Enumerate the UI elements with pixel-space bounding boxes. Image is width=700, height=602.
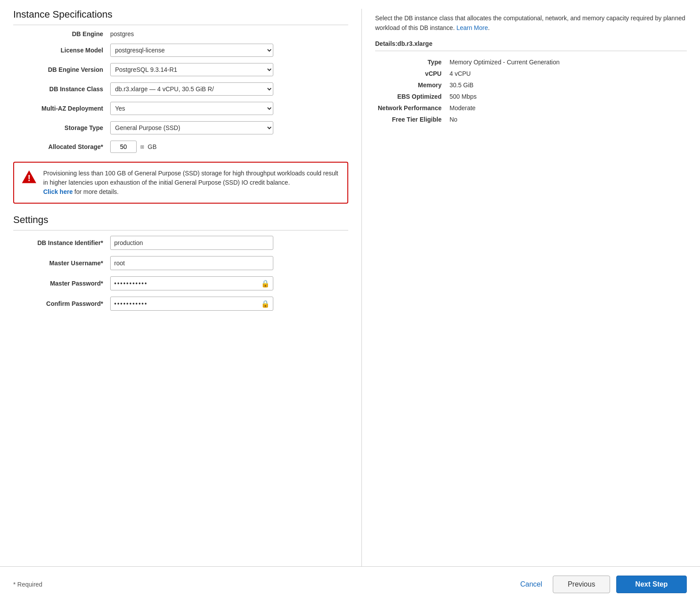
db-engine-version-select[interactable]: PostgreSQL 9.3.14-R1 xyxy=(110,63,273,76)
storage-type-row: Storage Type General Purpose (SSD) xyxy=(13,121,348,134)
network-value: Moderate xyxy=(447,102,687,114)
learn-more-link[interactable]: Learn More xyxy=(456,24,488,31)
details-vcpu-row: vCPU 4 vCPU xyxy=(375,68,687,79)
svg-text:!: ! xyxy=(28,173,31,183)
multi-az-label: Multi-AZ Deployment xyxy=(13,105,110,112)
license-model-select[interactable]: postgresql-license xyxy=(110,44,273,57)
master-username-row: Master Username* xyxy=(13,256,348,270)
allocated-storage-label: Allocated Storage* xyxy=(13,143,110,150)
warning-text: Provisioning less than 100 GB of General… xyxy=(43,169,340,197)
warning-box: ! Provisioning less than 100 GB of Gener… xyxy=(13,162,348,204)
memory-label: Memory xyxy=(375,79,447,91)
help-text: Select the DB instance class that alloca… xyxy=(375,13,687,33)
type-value: Memory Optimized - Current Generation xyxy=(447,56,687,68)
db-instance-class-label: DB Instance Class xyxy=(13,85,110,93)
page-title: Instance Specifications xyxy=(13,9,348,25)
network-label: Network Performance xyxy=(375,102,447,114)
warning-link[interactable]: Click here xyxy=(43,188,73,195)
storage-type-label: Storage Type xyxy=(13,124,110,131)
license-model-row: License Model postgresql-license xyxy=(13,44,348,57)
confirm-password-wrapper: 🔒 xyxy=(110,297,273,311)
warning-icon: ! xyxy=(21,169,37,185)
db-engine-row: DB Engine postgres xyxy=(13,30,348,37)
db-engine-value: postgres xyxy=(110,30,134,37)
vcpu-value: 4 vCPU xyxy=(447,68,687,79)
details-free-tier-row: Free Tier Eligible No xyxy=(375,114,687,125)
free-tier-label: Free Tier Eligible xyxy=(375,114,447,125)
allocated-storage-row: Allocated Storage* ⊞ GB xyxy=(13,141,348,153)
required-note: * Required xyxy=(13,581,42,588)
db-identifier-row: DB Instance Identifier* xyxy=(13,236,348,250)
db-instance-class-select[interactable]: db.r3.xlarge — 4 vCPU, 30.5 GiB R/ xyxy=(110,82,273,96)
db-identifier-label: DB Instance Identifier* xyxy=(13,239,110,246)
ebs-label: EBS Optimized xyxy=(375,91,447,102)
type-label: Type xyxy=(375,56,447,68)
password-visibility-icon[interactable]: 🔒 xyxy=(261,279,270,288)
previous-button[interactable]: Previous xyxy=(553,576,610,593)
multi-az-select[interactable]: Yes xyxy=(110,102,273,115)
memory-value: 30.5 GiB xyxy=(447,79,687,91)
master-username-label: Master Username* xyxy=(13,260,110,267)
license-model-label: License Model xyxy=(13,47,110,54)
db-engine-version-label: DB Engine Version xyxy=(13,66,110,73)
cancel-button[interactable]: Cancel xyxy=(516,578,547,591)
details-title: Details:db.r3.xlarge xyxy=(375,40,687,51)
db-instance-class-row: DB Instance Class db.r3.xlarge — 4 vCPU,… xyxy=(13,82,348,96)
storage-input-group: ⊞ GB xyxy=(110,141,156,153)
settings-title: Settings xyxy=(13,214,348,230)
confirm-password-visibility-icon[interactable]: 🔒 xyxy=(261,300,270,308)
storage-type-select[interactable]: General Purpose (SSD) xyxy=(110,121,273,134)
footer-buttons: Cancel Previous Next Step xyxy=(516,576,687,593)
master-password-wrapper: 🔒 xyxy=(110,276,273,290)
db-engine-version-row: DB Engine Version PostgreSQL 9.3.14-R1 xyxy=(13,63,348,76)
confirm-password-input[interactable] xyxy=(110,297,273,311)
vcpu-label: vCPU xyxy=(375,68,447,79)
free-tier-value: No xyxy=(447,114,687,125)
details-ebs-row: EBS Optimized 500 Mbps xyxy=(375,91,687,102)
next-step-button[interactable]: Next Step xyxy=(616,576,687,593)
master-password-row: Master Password* 🔒 xyxy=(13,276,348,290)
details-network-row: Network Performance Moderate xyxy=(375,102,687,114)
confirm-password-row: Confirm Password* 🔒 xyxy=(13,297,348,311)
storage-stepper-icon[interactable]: ⊞ xyxy=(140,144,144,150)
details-memory-row: Memory 30.5 GiB xyxy=(375,79,687,91)
master-password-input[interactable] xyxy=(110,276,273,290)
allocated-storage-input[interactable] xyxy=(110,141,137,153)
ebs-value: 500 Mbps xyxy=(447,91,687,102)
master-password-label: Master Password* xyxy=(13,280,110,287)
multi-az-row: Multi-AZ Deployment Yes xyxy=(13,102,348,115)
storage-unit-label: GB xyxy=(148,143,156,150)
confirm-password-label: Confirm Password* xyxy=(13,300,110,307)
details-type-row: Type Memory Optimized - Current Generati… xyxy=(375,56,687,68)
footer: * Required Cancel Previous Next Step xyxy=(0,566,700,602)
master-username-input[interactable] xyxy=(110,256,273,270)
db-identifier-input[interactable] xyxy=(110,236,273,250)
details-table: Type Memory Optimized - Current Generati… xyxy=(375,56,687,125)
db-engine-label: DB Engine xyxy=(13,30,110,37)
